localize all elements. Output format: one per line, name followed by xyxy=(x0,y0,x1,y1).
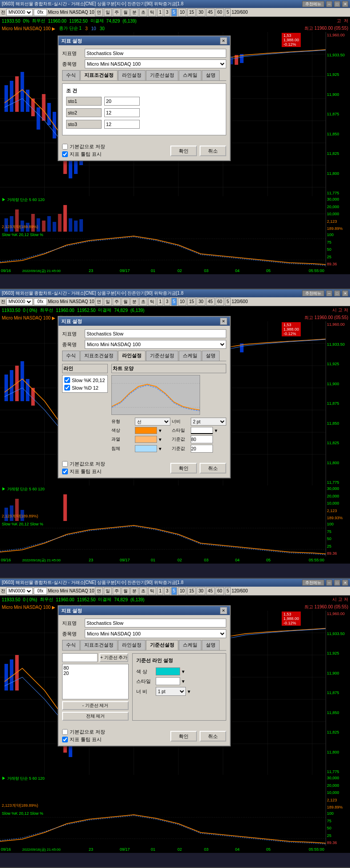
p1-3[interactable]: 1 xyxy=(157,587,163,595)
check-save-2[interactable] xyxy=(62,461,68,467)
symbol-select-2[interactable]: MN0000 xyxy=(6,298,33,305)
dialog-indicator-input-2[interactable] xyxy=(85,329,226,338)
p3-3[interactable]: 3 xyxy=(164,587,170,595)
style-swatch[interactable] xyxy=(191,427,213,434)
p30-3[interactable]: 30 xyxy=(197,587,205,595)
period-sec-2[interactable]: 초 xyxy=(139,298,147,306)
period-min-2[interactable]: 분 xyxy=(130,298,138,306)
style-dropdown[interactable]: ▼ xyxy=(214,428,218,433)
minimize-btn-3[interactable]: ─ xyxy=(326,580,332,586)
period-week-1[interactable]: 주 xyxy=(113,8,121,16)
p5-3[interactable]: 5 xyxy=(171,587,177,595)
추천메뉴-btn[interactable]: 추천메뉴 xyxy=(302,1,324,7)
period-tick-1[interactable]: 틱 xyxy=(148,8,156,16)
tab3-line[interactable]: 라인설정 xyxy=(118,640,146,650)
period-month-2[interactable]: 월 xyxy=(122,298,130,306)
tab2-formula[interactable]: 수식 xyxy=(62,351,80,361)
close-btn-1[interactable]: ✕ xyxy=(342,1,348,7)
cond-name-sto1[interactable] xyxy=(66,97,102,106)
period-min-1[interactable]: 분 xyxy=(130,8,138,16)
cond-val-sto2[interactable] xyxy=(104,108,140,117)
period-month-1[interactable]: 월 xyxy=(122,8,130,16)
overheat-swatch[interactable] xyxy=(135,436,157,443)
tab-line-1[interactable]: 라인설정 xyxy=(118,70,146,80)
qty-input-3[interactable] xyxy=(34,588,47,595)
p3-1[interactable]: 3 xyxy=(164,8,170,16)
cond-name-sto3[interactable] xyxy=(66,120,102,129)
width-select[interactable]: 2 pt xyxy=(191,418,226,426)
p60-3[interactable]: 60 xyxy=(216,587,224,595)
period-year-1[interactable]: 연 xyxy=(95,8,103,16)
bl-color-swatch[interactable] xyxy=(156,667,180,675)
p15-2[interactable]: 15 xyxy=(187,298,196,306)
ok-btn-3[interactable]: 확인 xyxy=(170,731,197,742)
period-sec-3[interactable]: 초 xyxy=(139,587,147,595)
dialog-close-1[interactable]: ✕ xyxy=(220,37,227,44)
p5-1[interactable]: 5 xyxy=(171,8,177,16)
overheat-base-input[interactable] xyxy=(191,435,213,443)
bl-width-select[interactable]: 1 pt xyxy=(156,687,186,696)
tab2-line[interactable]: 라인설정 xyxy=(118,351,146,361)
bl-style-dropdown[interactable]: ▼ xyxy=(181,679,185,684)
p1-2[interactable]: 1 xyxy=(157,298,163,306)
추천메뉴-btn-3[interactable]: 추천메뉴 xyxy=(302,580,324,586)
bl-width-dropdown[interactable]: ▼ xyxy=(187,689,191,694)
period-month-3[interactable]: 월 xyxy=(122,587,130,595)
p5b-2[interactable]: 5 xyxy=(225,298,231,306)
p10-3[interactable]: 10 xyxy=(178,587,186,595)
tab-scale-1[interactable]: 스케일 xyxy=(179,70,201,80)
p5b-3[interactable]: 5 xyxy=(225,587,231,595)
tab3-scale[interactable]: 스케일 xyxy=(179,640,201,650)
maximize-btn-2[interactable]: □ xyxy=(334,290,340,296)
oversold-base-input[interactable] xyxy=(191,445,213,453)
p45-1[interactable]: 45 xyxy=(206,8,215,16)
period-min-3[interactable]: 분 xyxy=(130,587,138,595)
p45-3[interactable]: 45 xyxy=(206,587,215,595)
dialog-symbol-select-1[interactable]: Micro Mini NASDAQ 100 xyxy=(85,59,226,68)
p5b-1[interactable]: 5 xyxy=(225,8,231,16)
ok-btn-2[interactable]: 확인 xyxy=(170,463,197,473)
remove-baseline-btn[interactable]: - 기준선 제거 xyxy=(62,701,129,710)
minimize-btn-2[interactable]: ─ xyxy=(326,290,332,296)
check-save-3[interactable] xyxy=(62,729,68,735)
type-select[interactable]: 선 xyxy=(135,418,170,426)
cond-val-sto3[interactable] xyxy=(104,120,140,129)
tab3-formula[interactable]: 수식 xyxy=(62,640,80,650)
cond-val-sto1[interactable] xyxy=(104,97,140,106)
p1-1[interactable]: 1 xyxy=(157,8,163,16)
qty-input-1[interactable] xyxy=(34,9,47,16)
p15-3[interactable]: 15 xyxy=(187,587,196,595)
dialog-indicator-input-1[interactable] xyxy=(85,49,226,58)
dialog-close-2[interactable]: ✕ xyxy=(220,318,227,325)
oversold-swatch[interactable] xyxy=(135,445,157,452)
add-baseline-btn[interactable]: + 기준선 추가 xyxy=(99,653,128,662)
bl-style-swatch[interactable] xyxy=(156,677,180,685)
period-day-1[interactable]: 일 xyxy=(104,8,112,16)
maximize-btn-3[interactable]: □ xyxy=(334,580,340,586)
p30-2[interactable]: 30 xyxy=(197,298,205,306)
tab2-baseline[interactable]: 기준선설정 xyxy=(146,351,178,361)
tab-desc-1[interactable]: 설명 xyxy=(202,70,220,80)
cancel-btn-3[interactable]: 취소 xyxy=(200,731,226,742)
p5-2[interactable]: 5 xyxy=(171,298,177,306)
tab3-baseline[interactable]: 기준선설정 xyxy=(146,640,178,650)
baseline-input[interactable] xyxy=(62,653,98,662)
period-year-2[interactable]: 연 xyxy=(95,298,103,306)
p3-2[interactable]: 3 xyxy=(164,298,170,306)
dialog-close-3[interactable]: ✕ xyxy=(220,607,227,614)
tab2-desc[interactable]: 설명 xyxy=(202,351,220,361)
period-week-3[interactable]: 주 xyxy=(113,587,121,595)
maximize-btn-1[interactable]: □ xyxy=(334,1,340,7)
check-save-1[interactable] xyxy=(62,144,68,150)
check-tooltip-2[interactable] xyxy=(62,469,68,474)
tab-baseline-1[interactable]: 기준선설정 xyxy=(146,70,178,80)
tab2-condition[interactable]: 지표조건설정 xyxy=(80,351,118,361)
cond-name-sto2[interactable] xyxy=(66,108,102,117)
p60-2[interactable]: 60 xyxy=(216,298,224,306)
p15-1[interactable]: 15 xyxy=(187,8,196,16)
period-day-2[interactable]: 일 xyxy=(104,298,112,306)
check-tooltip-3[interactable] xyxy=(62,737,68,742)
period-tick-2[interactable]: 틱 xyxy=(148,298,156,306)
period-tick-3[interactable]: 틱 xyxy=(148,587,156,595)
remove-all-btn[interactable]: 전체 제거 xyxy=(62,712,129,721)
